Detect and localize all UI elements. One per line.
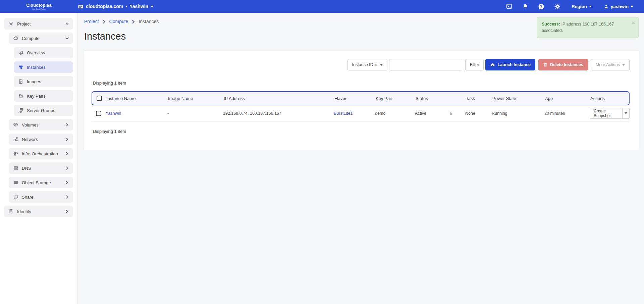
sidebar-item-label: Share [22,195,62,200]
column-header-instance-name[interactable]: Instance Name [106,96,167,101]
console-button[interactable] [502,1,516,11]
sidebar-item-label: Volumes [22,122,62,128]
sidebar-item-label: Network [22,137,62,142]
terminal-icon [506,3,512,9]
sidebar-item-volumes[interactable]: Volumes [9,119,73,131]
ip-address-cell: 192.168.0.74, 160.187.166.167 [222,111,333,116]
user-menu[interactable]: yashwin [599,4,638,9]
launch-instance-button[interactable]: Launch Instance [485,59,535,70]
filter-field-select[interactable]: Instance ID = [347,59,387,70]
column-header-status[interactable]: Status [415,96,449,101]
sidebar-item-project[interactable]: Project [4,18,73,30]
images-icon [18,79,23,85]
sidebar-item-images[interactable]: Images [14,76,73,87]
region-menu[interactable]: Region [567,4,596,9]
domain-list-icon [78,4,84,9]
launch-instance-label: Launch Instance [497,62,531,67]
help-button[interactable]: ? [535,1,548,11]
key-pair-cell: demo [374,111,414,116]
chevron-right-icon [102,20,106,23]
context-project: Yashwin [129,4,148,9]
brand-tagline: Your Cloud Partner [32,8,46,10]
navbar-right: ? Region yashwin [502,1,644,11]
breadcrumb-compute[interactable]: Compute [109,19,128,24]
chevron-down-icon [622,64,625,66]
sidebar-item-compute[interactable]: Compute [9,33,73,44]
settings-button[interactable] [551,1,564,11]
select-all-checkbox[interactable] [97,96,102,101]
notifications-button[interactable] [519,1,532,11]
column-header-power-state[interactable]: Power State [492,96,544,101]
age-cell: 20 minutes [544,111,589,116]
image-name-cell: - [167,111,222,116]
toast-title: Success: [542,22,560,27]
help-icon: ? [538,3,544,10]
column-header-ip-address[interactable]: IP Address [223,96,334,101]
sidebar-item-share[interactable]: Share [9,191,73,203]
network-icon [13,137,18,142]
column-header-key-pair[interactable]: Key Pair [375,96,415,101]
project-switcher[interactable]: cloudtopiaa.com • Yashwin [78,4,153,9]
column-header-actions: Actions [590,96,629,101]
status-cell: Active [414,111,448,116]
sidebar-item-instances[interactable]: Instances [14,61,73,73]
brand-logo[interactable]: Cloudtopiaa Your Cloud Partner [0,3,78,10]
delete-instances-button[interactable]: Delete Instances [538,59,588,70]
chevron-right-icon [65,166,69,170]
table-toolbar: Instance ID = Filter Launch Instance Del… [92,59,630,70]
more-actions-label: More Actions [596,62,620,67]
filter-input[interactable] [389,59,462,70]
column-header-task[interactable]: Task [465,96,492,101]
volumes-icon [13,122,18,128]
gear-icon [8,21,14,27]
object-storage-icon [13,180,18,186]
sidebar-item-dns[interactable]: DNS [9,162,73,174]
sidebar-item-object-storage[interactable]: Object Storage [9,177,73,188]
sidebar-item-identity[interactable]: Identity [4,206,73,217]
sidebar-item-label: Instances [27,65,69,70]
row-actions: Create Snapshot [590,108,630,119]
identity-icon [8,209,14,214]
trash-icon [543,62,548,67]
items-summary-bottom: Displaying 1 item [93,129,630,134]
sidebar-item-label: DNS [22,166,62,171]
chevron-down-icon [65,37,69,40]
filter-button[interactable]: Filter [465,59,484,70]
sidebar-item-server-groups[interactable]: Server Groups [14,105,73,116]
user-icon [604,4,609,9]
row-actions-dropdown[interactable] [623,108,630,119]
chevron-right-icon [65,181,69,184]
close-icon[interactable]: × [632,20,635,26]
more-actions-button[interactable]: More Actions [591,59,630,70]
chevron-right-icon [65,138,69,141]
sidebar: Project Compute Overview Instances Image… [0,13,78,304]
task-cell: None [465,111,491,116]
sidebar-item-label: Key Pairs [27,94,69,99]
chevron-right-icon [65,210,69,213]
chevron-down-icon [625,112,627,114]
flavor-link[interactable]: BurstLite1 [334,111,353,116]
create-snapshot-button[interactable]: Create Snapshot [590,108,623,119]
column-header-age[interactable]: Age [544,96,590,101]
sidebar-item-infra-orchestration[interactable]: Infra Orchestration [9,148,73,159]
context-separator: • [125,4,127,9]
sidebar-item-label: Project [17,21,62,27]
column-header-image-name[interactable]: Image Name [167,96,223,101]
table-row: Yashwin - 192.168.0.74, 160.187.166.167 … [92,105,630,121]
instance-name-link[interactable]: Yashwin [106,111,121,116]
infra-orchestration-icon [13,151,18,157]
sidebar-item-key-pairs[interactable]: Key Pairs [14,90,73,102]
gear-icon [554,3,560,10]
column-header-flavor[interactable]: Flavor [334,96,375,101]
chevron-down-icon [589,6,592,7]
bell-icon [522,3,528,9]
chevron-right-icon [131,20,135,23]
sidebar-item-overview[interactable]: Overview [14,47,73,58]
chevron-down-icon [65,22,69,26]
sidebar-item-network[interactable]: Network [9,134,73,145]
user-label: yashwin [611,4,629,9]
svg-text:?: ? [540,4,543,8]
row-checkbox[interactable] [96,111,101,116]
breadcrumb-project[interactable]: Project [84,19,99,24]
success-toast: Success: IP address 160.187.166.167 asso… [537,17,639,38]
